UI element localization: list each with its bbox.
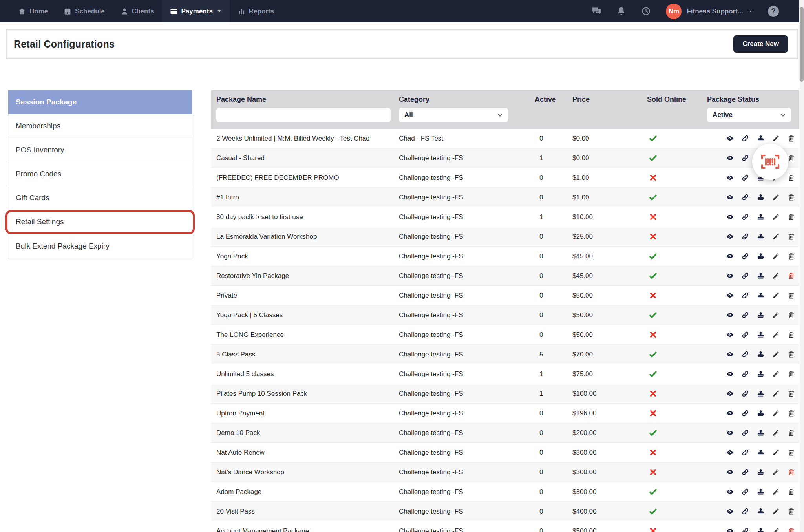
delete-icon[interactable]: [788, 311, 795, 319]
view-icon[interactable]: [726, 527, 734, 532]
link-icon[interactable]: [742, 351, 749, 358]
stamp-icon[interactable]: [757, 135, 764, 142]
view-icon[interactable]: [726, 135, 734, 142]
view-icon[interactable]: [726, 488, 734, 495]
link-icon[interactable]: [742, 390, 749, 397]
delete-icon[interactable]: [788, 194, 795, 201]
view-icon[interactable]: [726, 292, 734, 299]
nav-item-clients[interactable]: Clients: [113, 0, 162, 22]
view-icon[interactable]: [726, 410, 734, 417]
sidebar-item-bulk-extend-package-expiry[interactable]: Bulk Extend Package Expiry: [8, 234, 192, 258]
view-icon[interactable]: [726, 213, 734, 221]
link-icon[interactable]: [742, 252, 749, 260]
view-icon[interactable]: [726, 370, 734, 378]
sidebar-item-pos-inventory[interactable]: POS Inventory: [8, 138, 192, 162]
edit-icon[interactable]: [772, 331, 780, 338]
view-icon[interactable]: [726, 429, 734, 437]
sidebar-item-promo-codes[interactable]: Promo Codes: [8, 162, 192, 186]
link-icon[interactable]: [742, 370, 749, 378]
category-filter-select[interactable]: All: [399, 108, 508, 122]
edit-icon[interactable]: [772, 213, 780, 221]
view-icon[interactable]: [726, 508, 734, 515]
edit-icon[interactable]: [772, 233, 780, 240]
link-icon[interactable]: [742, 410, 749, 417]
delete-icon[interactable]: [788, 331, 795, 338]
edit-icon[interactable]: [772, 135, 780, 142]
link-icon[interactable]: [742, 233, 749, 240]
delete-icon[interactable]: [788, 233, 795, 240]
history-icon[interactable]: [641, 6, 651, 16]
barcode-scanner-button[interactable]: [752, 144, 788, 180]
edit-icon[interactable]: [772, 449, 780, 456]
delete-icon[interactable]: [788, 468, 795, 476]
stamp-icon[interactable]: [757, 351, 764, 358]
edit-icon[interactable]: [772, 311, 780, 319]
delete-icon[interactable]: [788, 351, 795, 358]
edit-icon[interactable]: [772, 468, 780, 476]
link-icon[interactable]: [742, 311, 749, 319]
view-icon[interactable]: [726, 331, 734, 338]
link-icon[interactable]: [742, 292, 749, 299]
stamp-icon[interactable]: [757, 508, 764, 515]
link-icon[interactable]: [742, 468, 749, 476]
package-name-filter-input[interactable]: [216, 108, 391, 122]
delete-icon[interactable]: [788, 410, 795, 417]
view-icon[interactable]: [726, 154, 734, 162]
link-icon[interactable]: [742, 213, 749, 221]
sidebar-item-memberships[interactable]: Memberships: [8, 114, 192, 138]
sidebar-item-gift-cards[interactable]: Gift Cards: [8, 186, 192, 210]
user-menu[interactable]: Nm Fitness Support...: [666, 4, 753, 19]
edit-icon[interactable]: [772, 488, 780, 495]
delete-icon[interactable]: [788, 213, 795, 221]
delete-icon[interactable]: [788, 292, 795, 299]
stamp-icon[interactable]: [757, 194, 764, 201]
stamp-icon[interactable]: [757, 429, 764, 437]
edit-icon[interactable]: [772, 370, 780, 378]
avatar[interactable]: Nm: [666, 4, 682, 19]
delete-icon[interactable]: [788, 508, 795, 515]
delete-icon[interactable]: [788, 135, 795, 142]
view-icon[interactable]: [726, 468, 734, 476]
scrollbar-thumb[interactable]: [800, 7, 804, 82]
delete-icon[interactable]: [788, 488, 795, 495]
sidebar-item-retail-settings[interactable]: Retail Settings: [8, 210, 192, 234]
link-icon[interactable]: [742, 135, 749, 142]
link-icon[interactable]: [742, 488, 749, 495]
stamp-icon[interactable]: [757, 410, 764, 417]
delete-icon[interactable]: [788, 252, 795, 260]
link-icon[interactable]: [742, 527, 749, 532]
view-icon[interactable]: [726, 351, 734, 358]
stamp-icon[interactable]: [757, 390, 764, 397]
stamp-icon[interactable]: [757, 272, 764, 280]
edit-icon[interactable]: [772, 429, 780, 437]
delete-icon[interactable]: [788, 272, 795, 280]
link-icon[interactable]: [742, 154, 749, 162]
edit-icon[interactable]: [772, 292, 780, 299]
edit-icon[interactable]: [772, 410, 780, 417]
view-icon[interactable]: [726, 311, 734, 319]
stamp-icon[interactable]: [757, 488, 764, 495]
view-icon[interactable]: [726, 390, 734, 397]
delete-icon[interactable]: [788, 429, 795, 437]
edit-icon[interactable]: [772, 194, 780, 201]
create-new-button[interactable]: Create New: [733, 35, 788, 53]
delete-icon[interactable]: [788, 174, 795, 181]
nav-item-payments[interactable]: Payments: [162, 0, 230, 22]
view-icon[interactable]: [726, 174, 734, 181]
stamp-icon[interactable]: [757, 449, 764, 456]
stamp-icon[interactable]: [757, 311, 764, 319]
help-icon[interactable]: ?: [768, 6, 779, 17]
view-icon[interactable]: [726, 194, 734, 201]
link-icon[interactable]: [742, 174, 749, 181]
stamp-icon[interactable]: [757, 233, 764, 240]
link-icon[interactable]: [742, 449, 749, 456]
delete-icon[interactable]: [788, 390, 795, 397]
bell-icon[interactable]: [616, 6, 626, 16]
edit-icon[interactable]: [772, 252, 780, 260]
view-icon[interactable]: [726, 449, 734, 456]
view-icon[interactable]: [726, 233, 734, 240]
link-icon[interactable]: [742, 272, 749, 280]
delete-icon[interactable]: [788, 370, 795, 378]
stamp-icon[interactable]: [757, 331, 764, 338]
link-icon[interactable]: [742, 508, 749, 515]
